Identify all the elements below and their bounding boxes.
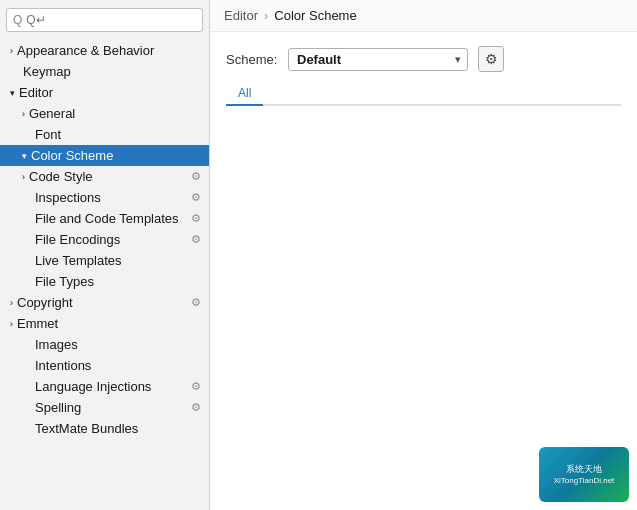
sidebar-item-file-code-templates[interactable]: File and Code Templates⚙: [0, 208, 209, 229]
sidebar-item-appearance[interactable]: ›Appearance & Behavior: [0, 40, 209, 61]
search-box[interactable]: Q: [6, 8, 203, 32]
search-icon: Q: [13, 13, 22, 27]
sidebar-item-label: Editor: [19, 85, 201, 100]
sidebar-item-label: Intentions: [35, 358, 201, 373]
scheme-select-wrapper: DefaultClassic LightDarculaHigh contrast…: [288, 48, 468, 71]
breadcrumb-current: Color Scheme: [274, 8, 356, 23]
sidebar-item-inspections[interactable]: Inspections⚙: [0, 187, 209, 208]
sidebar-item-label: Keymap: [23, 64, 201, 79]
sidebar-item-label: Live Templates: [35, 253, 201, 268]
sidebar-item-label: Inspections: [35, 190, 187, 205]
sidebar: Q ›Appearance & BehaviorKeymap▾Editor›Ge…: [0, 0, 210, 510]
sidebar-item-label: Appearance & Behavior: [17, 43, 201, 58]
sidebar-item-file-types[interactable]: File Types: [0, 271, 209, 292]
sidebar-item-file-encodings[interactable]: File Encodings⚙: [0, 229, 209, 250]
chevron-icon: ▾: [10, 88, 15, 98]
tab-all[interactable]: All: [226, 82, 263, 106]
sidebar-item-language-injections[interactable]: Language Injections⚙: [0, 376, 209, 397]
settings-icon: ⚙: [191, 170, 201, 183]
breadcrumb-separator: ›: [264, 8, 268, 23]
settings-icon: ⚙: [191, 296, 201, 309]
content-area: Scheme: DefaultClassic LightDarculaHigh …: [210, 32, 637, 285]
watermark: 系统天地 XiTongTianDi.net: [539, 447, 629, 502]
gear-icon: ⚙: [485, 51, 498, 67]
sidebar-item-intentions[interactable]: Intentions: [0, 355, 209, 376]
sidebar-item-font[interactable]: Font: [0, 124, 209, 145]
sidebar-item-label: File Encodings: [35, 232, 187, 247]
sidebar-item-keymap[interactable]: Keymap: [0, 61, 209, 82]
sidebar-item-label: TextMate Bundles: [35, 421, 201, 436]
sidebar-item-live-templates[interactable]: Live Templates: [0, 250, 209, 271]
sidebar-item-label: Font: [35, 127, 201, 142]
scheme-row: Scheme: DefaultClassic LightDarculaHigh …: [226, 46, 621, 72]
scheme-label: Scheme:: [226, 52, 278, 67]
chevron-icon: ›: [22, 109, 25, 119]
settings-icon: ⚙: [191, 401, 201, 414]
sidebar-item-label: Images: [35, 337, 201, 352]
settings-icon: ⚙: [191, 212, 201, 225]
sidebar-item-label: Language Injections: [35, 379, 187, 394]
settings-icon: ⚙: [191, 191, 201, 204]
breadcrumb: Editor › Color Scheme: [210, 0, 637, 32]
chevron-icon: ›: [10, 319, 13, 329]
sidebar-item-editor[interactable]: ▾Editor: [0, 82, 209, 103]
sidebar-item-images[interactable]: Images: [0, 334, 209, 355]
chevron-icon: ›: [22, 172, 25, 182]
sidebar-item-label: File Types: [35, 274, 201, 289]
tab-bar: All: [226, 82, 621, 106]
scheme-select[interactable]: DefaultClassic LightDarculaHigh contrast…: [288, 48, 468, 71]
sidebar-item-label: General: [29, 106, 201, 121]
sidebar-item-color-scheme[interactable]: ▾Color Scheme: [0, 145, 209, 166]
sidebar-item-general[interactable]: ›General: [0, 103, 209, 124]
sidebar-item-label: Emmet: [17, 316, 201, 331]
sidebar-item-code-style[interactable]: ›Code Style⚙: [0, 166, 209, 187]
sidebar-item-label: Copyright: [17, 295, 187, 310]
search-input[interactable]: [26, 13, 196, 27]
chevron-icon: ›: [10, 46, 13, 56]
main-panel: Editor › Color Scheme Scheme: DefaultCla…: [210, 0, 637, 510]
nav-list: ›Appearance & BehaviorKeymap▾Editor›Gene…: [0, 40, 209, 439]
sidebar-item-label: Code Style: [29, 169, 187, 184]
chevron-icon: ›: [10, 298, 13, 308]
sidebar-item-label: File and Code Templates: [35, 211, 187, 226]
breadcrumb-parent: Editor: [224, 8, 258, 23]
settings-icon: ⚙: [191, 380, 201, 393]
sidebar-item-label: Color Scheme: [31, 148, 201, 163]
sidebar-item-emmet[interactable]: ›Emmet: [0, 313, 209, 334]
sidebar-item-copyright[interactable]: ›Copyright⚙: [0, 292, 209, 313]
sidebar-item-spelling[interactable]: Spelling⚙: [0, 397, 209, 418]
gear-button[interactable]: ⚙: [478, 46, 504, 72]
settings-icon: ⚙: [191, 233, 201, 246]
watermark-text: 系统天地 XiTongTianDi.net: [554, 463, 615, 487]
sidebar-item-textmate-bundles[interactable]: TextMate Bundles: [0, 418, 209, 439]
sidebar-item-label: Spelling: [35, 400, 187, 415]
chevron-icon: ▾: [22, 151, 27, 161]
